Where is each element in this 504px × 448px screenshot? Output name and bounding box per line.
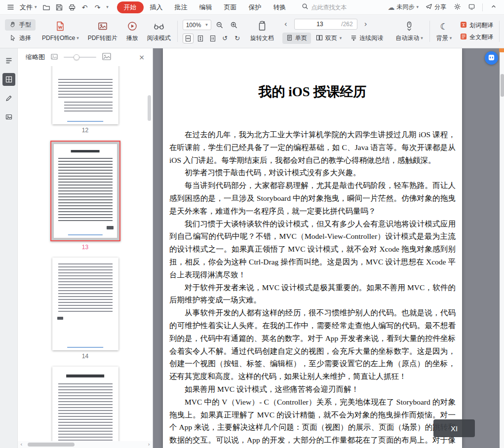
ai-assistant-button[interactable] [485, 51, 498, 65]
annotations-panel-button[interactable] [2, 92, 15, 105]
find-text-box[interactable] [302, 3, 359, 11]
hamburger-menu-icon[interactable] [4, 1, 17, 13]
tab-edit[interactable]: 编辑 [194, 1, 218, 13]
auto-scroll-label: 自动滚动 [395, 34, 419, 42]
pdf-to-office-icon [55, 20, 66, 32]
share-label: 分享 [434, 3, 446, 11]
menu-bar-right: ☁ 未同步 ▾ 分享 [385, 1, 500, 13]
tab-convert[interactable]: 转换 [268, 1, 292, 13]
zoom-group: 100% ▾ ↺ ↻ [180, 16, 246, 46]
rotate-document-button[interactable]: 旋转文档 [246, 16, 278, 46]
search-input[interactable] [311, 4, 359, 11]
page-number-input[interactable] [299, 21, 342, 28]
compress-button[interactable]: 压缩 [502, 16, 504, 46]
page-number-box: /262 [294, 19, 357, 30]
document-page: 我的 iOS 授课经历 在过去的几年，我为北方工业大学计算机学院的大四学生讲授过… [163, 48, 462, 448]
double-page-button[interactable]: 双页 ▾ [312, 33, 346, 44]
doc-paragraph: 如果善用 MVC 设计模式，这些痛苦将会迎刃而解！ [169, 383, 456, 396]
thumbnail-size-slider[interactable] [64, 54, 96, 61]
thumbnail-page-image-selected[interactable] [50, 141, 120, 241]
doc-paragraph: 我们习惯于大谈特谈软件的设计模式，但又有多少人会有意识地将设计模式应用到自己编写… [169, 218, 456, 281]
thumbnail-page-image[interactable] [52, 367, 118, 441]
document-scrollbar-thumb[interactable] [501, 74, 504, 97]
thumbnail-item-13[interactable]: 13 [50, 141, 120, 252]
fit-width-button[interactable] [195, 34, 206, 43]
previous-page-button[interactable]: ‹ [282, 20, 289, 29]
print-button[interactable] [66, 1, 78, 13]
full-translate-button[interactable]: 全文翻译 [460, 33, 493, 41]
hidden-panel-tab[interactable] [499, 48, 504, 52]
zoom-in-button[interactable] [228, 20, 240, 31]
auto-scroll-button[interactable]: 自动滚动▾ [391, 16, 427, 46]
chevron-down-icon: ▾ [77, 36, 79, 40]
tab-insert[interactable]: 插入 [145, 1, 168, 13]
double-page-label: 双页 [325, 34, 337, 42]
panel-vertical-scrollbar-thumb[interactable] [148, 95, 151, 121]
word-translate-icon [460, 21, 467, 30]
tab-start[interactable]: 开始 [117, 1, 144, 13]
word-translate-button[interactable]: 划词翻译 [460, 21, 493, 30]
page-total-label: /262 [341, 21, 352, 28]
close-panel-button[interactable]: × [139, 53, 145, 61]
full-translate-icon [460, 33, 467, 41]
undo-button[interactable]: ↶ [78, 1, 91, 13]
read-mode-label: 阅读模式 [147, 34, 171, 42]
cursor-icon [9, 34, 16, 42]
slider-knob[interactable] [74, 54, 79, 60]
rotate-right-button[interactable]: ↻ [232, 34, 243, 43]
panel-horizontal-scrollbar-thumb[interactable] [28, 443, 75, 447]
zoom-level-select[interactable]: 100% ▾ [183, 20, 211, 30]
divider [499, 21, 500, 42]
menu-bar: 文件 ▾ ↶ ↷ ▾ 开始 插入 批注 编辑 页面 保护 转换 ☁ 未同步 ▾ [0, 0, 504, 15]
file-menu-button[interactable]: 文件 ▾ [17, 3, 40, 12]
continuous-read-button[interactable]: 连续阅读 [347, 33, 387, 44]
thumbnail-page-image[interactable] [52, 66, 118, 124]
undo-history-dropdown[interactable]: ▾ [104, 1, 111, 13]
pdf-to-image-button[interactable]: PDF转图片 [83, 16, 122, 46]
thumbnail-text-lines [64, 102, 113, 112]
share-button[interactable]: 分享 [423, 3, 449, 11]
appearance-button[interactable] [465, 1, 478, 13]
hand-tool-button[interactable]: 手型 [5, 19, 36, 31]
open-file-button[interactable] [40, 1, 53, 13]
chevron-down-icon: ▾ [421, 36, 423, 40]
thumbnail-page-number: 14 [82, 353, 88, 361]
thumbnail-text-lines [58, 263, 113, 313]
next-page-button[interactable]: › [362, 20, 369, 29]
redo-button[interactable]: ↷ [91, 1, 104, 13]
doc-paragraph: 对于软件开发者来说，MVC 设计模式是极其重要的。如果不善用 MVC，软件的后期… [169, 281, 456, 307]
panel-horizontal-scrollbar[interactable]: ‹ › [18, 441, 153, 448]
tab-page[interactable]: 页面 [219, 1, 242, 13]
sync-status-button[interactable]: ☁ 未同步 ▾ [385, 3, 421, 11]
document-scrollbar[interactable] [500, 48, 504, 448]
chevron-down-icon: ▾ [416, 5, 419, 9]
attachments-panel-button[interactable] [2, 111, 15, 123]
settings-button[interactable] [451, 1, 464, 13]
pdf-to-office-button[interactable]: PDF转Office▾ [38, 16, 83, 46]
fit-page-button[interactable] [183, 34, 194, 43]
outline-panel-button[interactable] [2, 54, 15, 67]
scroll-left-icon[interactable]: ‹ [20, 441, 22, 448]
play-button[interactable]: 播放 [122, 16, 143, 46]
thumbnail-item-12[interactable]: 12 [52, 66, 118, 135]
thumbnails-panel-button[interactable] [2, 73, 15, 86]
document-title: 我的 iOS 授课经历 [169, 83, 456, 101]
collapse-toolbar-button[interactable] [487, 1, 500, 13]
background-button[interactable]: ☾ 背景▾ [432, 16, 457, 46]
single-page-button[interactable]: 单页 [282, 33, 311, 44]
thumbnail-footer-line [67, 347, 104, 348]
thumbnail-item-14[interactable]: 14 [52, 258, 118, 361]
tab-comment[interactable]: 批注 [169, 1, 193, 13]
thumbnail-item-15[interactable] [52, 367, 118, 441]
zoom-out-button[interactable] [214, 20, 226, 31]
scroll-right-icon[interactable]: › [148, 441, 150, 448]
read-mode-button[interactable]: 阅读模式 [143, 16, 175, 46]
select-tool-button[interactable]: 选择 [5, 33, 36, 44]
save-button[interactable] [53, 1, 66, 13]
read-mode-icon [153, 20, 165, 32]
rotate-left-button[interactable]: ↺ [220, 34, 231, 43]
thumbnail-page-image[interactable] [52, 258, 118, 350]
actual-size-button[interactable] [207, 34, 218, 43]
tab-protect[interactable]: 保护 [243, 1, 267, 13]
document-view[interactable]: 我的 iOS 授课经历 在过去的几年，我为北方工业大学计算机学院的大四学生讲授过… [153, 48, 500, 448]
